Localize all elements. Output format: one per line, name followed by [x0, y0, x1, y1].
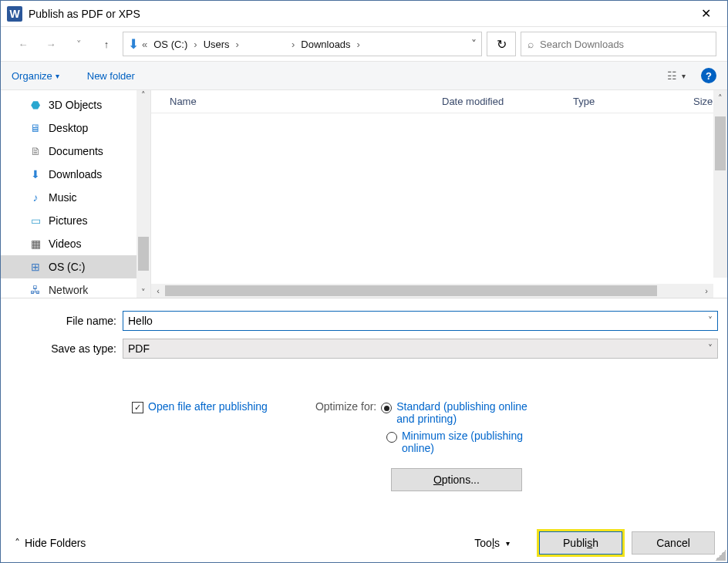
tree-item-documents[interactable]: 🗎Documents: [1, 140, 150, 163]
location-icon: ⬇: [128, 36, 139, 52]
resize-grip[interactable]: [715, 550, 726, 561]
crumb-hidden[interactable]: [242, 41, 288, 47]
view-options[interactable]: ☷ ▾: [667, 69, 686, 82]
column-type[interactable]: Type: [565, 96, 686, 107]
videos-icon: ▦: [29, 238, 42, 250]
filename-label: File name:: [10, 315, 123, 327]
network-icon: 🖧: [29, 284, 42, 296]
close-button[interactable]: ✕: [689, 2, 723, 25]
tree-item-3d-objects[interactable]: ⬣3D Objects: [1, 93, 150, 116]
folder-tree[interactable]: ⬣3D Objects 🖥Desktop 🗎Documents ⬇Downloa…: [1, 90, 150, 298]
word-app-icon: W: [7, 6, 22, 22]
tree-item-desktop[interactable]: 🖥Desktop: [1, 116, 150, 140]
new-folder-button[interactable]: New folder: [87, 70, 135, 82]
search-icon: ⌕: [527, 38, 534, 50]
tree-item-os-drive[interactable]: ⊞OS (C:): [1, 255, 150, 278]
view-icon: ☷: [667, 69, 677, 82]
filename-dropdown-icon[interactable]: ˅: [708, 315, 713, 326]
chevron-right-icon[interactable]: ›: [292, 39, 295, 50]
window-title: Publish as PDF or XPS: [29, 8, 140, 20]
forward-button[interactable]: →: [39, 32, 62, 56]
crumb-downloads[interactable]: Downloads: [298, 35, 353, 53]
filelist-vscroll-thumb[interactable]: [715, 116, 726, 170]
sidebar-scroll-thumb[interactable]: [138, 237, 149, 271]
documents-icon: 🗎: [29, 145, 42, 157]
file-list-area[interactable]: [151, 113, 727, 278]
back-button[interactable]: ←: [12, 32, 35, 56]
scroll-up-icon[interactable]: ˄: [718, 93, 723, 103]
filelist-hscroll-thumb[interactable]: [165, 285, 657, 296]
refresh-button[interactable]: ↻: [487, 32, 516, 56]
address-bar[interactable]: ⬇ « OS (C:) › Users › › Downloads › ˅: [123, 32, 482, 56]
publish-button[interactable]: Publish: [539, 531, 622, 555]
search-input[interactable]: ⌕ Search Downloads: [521, 32, 716, 56]
options-button[interactable]: Options...: [391, 468, 522, 491]
options-btn-rest: ptions...: [442, 474, 480, 486]
hide-folders-toggle[interactable]: ˄ Hide Folders: [15, 537, 86, 549]
radio-standard[interactable]: [381, 403, 392, 413]
saveastype-label: Save as type:: [10, 342, 123, 355]
radio-minimum-label[interactable]: Minimum size (publishing online): [402, 430, 541, 454]
scroll-right-icon[interactable]: ›: [699, 286, 713, 295]
filelist-hscrollbar[interactable]: ‹ ›: [151, 284, 713, 298]
open-after-publishing-checkbox[interactable]: ✓ Open file after publishing: [132, 400, 268, 491]
music-icon: ♪: [29, 191, 42, 204]
radio-standard-label[interactable]: Standard (publishing online and printing…: [396, 400, 535, 425]
tree-item-downloads[interactable]: ⬇Downloads: [1, 163, 150, 186]
saveastype-select[interactable]: PDF ˅: [123, 339, 718, 359]
scroll-up-icon[interactable]: ˄: [141, 90, 146, 100]
pictures-icon: ▭: [29, 214, 42, 227]
scroll-left-icon[interactable]: ‹: [151, 286, 165, 295]
3d-objects-icon: ⬣: [29, 99, 42, 111]
saveastype-dropdown-icon[interactable]: ˅: [708, 343, 713, 354]
crumb-users[interactable]: Users: [201, 35, 233, 53]
tree-item-network[interactable]: 🖧Network: [1, 278, 150, 298]
chevron-right-icon[interactable]: ›: [357, 39, 360, 50]
chevron-right-icon[interactable]: ›: [236, 39, 239, 50]
file-list[interactable]: Name Date modified Type Size ˄ ‹ ›: [150, 90, 727, 298]
crumb-os[interactable]: OS (C:): [150, 35, 190, 53]
cancel-button[interactable]: Cancel: [632, 531, 715, 555]
column-date[interactable]: Date modified: [434, 96, 565, 107]
checkbox-icon: ✓: [132, 402, 143, 413]
drive-icon: ⊞: [29, 261, 42, 273]
tree-item-pictures[interactable]: ▭Pictures: [1, 209, 150, 232]
scroll-down-icon[interactable]: ˅: [141, 288, 146, 298]
downloads-icon: ⬇: [29, 168, 42, 180]
chevron-right-icon[interactable]: ›: [194, 39, 197, 50]
organize-menu[interactable]: Organize▾: [12, 70, 59, 82]
tree-item-music[interactable]: ♪Music: [1, 186, 150, 209]
help-button[interactable]: ?: [701, 68, 716, 83]
search-placeholder: Search Downloads: [540, 39, 624, 50]
optimize-for-label: Optimize for:: [315, 400, 376, 413]
tools-menu[interactable]: Tools ▾: [474, 537, 510, 549]
radio-minimum[interactable]: [386, 432, 397, 443]
column-name[interactable]: Name: [151, 96, 434, 107]
filename-input[interactable]: Hello ˅: [123, 311, 718, 331]
desktop-icon: 🖥: [29, 122, 42, 134]
up-button[interactable]: ↑: [95, 32, 118, 56]
chevron-up-icon: ˄: [15, 537, 20, 549]
crumb-overflow[interactable]: «: [142, 39, 147, 50]
tree-item-videos[interactable]: ▦Videos: [1, 232, 150, 255]
recent-dropdown[interactable]: ˅: [67, 32, 90, 56]
address-history-dropdown[interactable]: ˅: [471, 38, 477, 50]
